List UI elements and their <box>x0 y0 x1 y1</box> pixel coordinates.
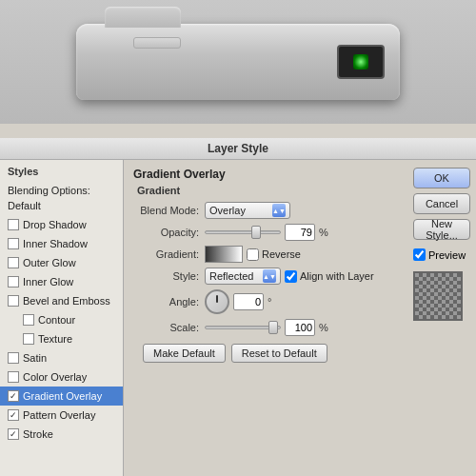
style-label-inner-glow: Inner Glow <box>23 274 73 289</box>
styles-panel: Styles Blending Options: Default Drop Sh… <box>0 160 124 476</box>
checkbox-gradient-overlay[interactable] <box>8 390 19 402</box>
camera-top <box>105 7 181 28</box>
opacity-row: Opacity: % <box>133 224 398 241</box>
preview-row: Preview <box>413 248 470 261</box>
align-with-layer-checkbox[interactable] <box>285 270 297 283</box>
style-label-outer-glow: Outer Glow <box>23 255 76 270</box>
style-label-stroke: Stroke <box>23 426 53 442</box>
styles-panel-title: Styles <box>0 164 123 181</box>
style-item-texture[interactable]: Texture <box>0 329 123 348</box>
reset-to-default-button[interactable]: Reset to Default <box>231 344 327 363</box>
checkbox-drop-shadow[interactable] <box>8 219 19 230</box>
scale-slider-thumb[interactable] <box>268 321 278 334</box>
blend-mode-value: Overlay <box>209 205 272 216</box>
gradient-controls: Reverse <box>205 246 301 263</box>
checkbox-pattern-overlay[interactable] <box>8 409 19 421</box>
style-item-color-overlay[interactable]: Color Overlay <box>0 367 123 387</box>
style-value: Reflected <box>209 270 263 282</box>
blend-mode-row: Blend Mode: Overlay ▲▼ <box>133 202 398 219</box>
section-title: Gradient Overlay <box>133 168 398 181</box>
style-label-gradient-overlay: Gradient Overlay <box>23 388 102 404</box>
preview-pattern <box>415 273 461 319</box>
section-subtitle: Gradient <box>133 185 398 196</box>
scale-slider-container[interactable] <box>205 321 281 334</box>
style-label-color-overlay: Color Overlay <box>23 369 87 385</box>
style-item-gradient-overlay[interactable]: Gradient Overlay <box>0 387 123 406</box>
gradient-swatch[interactable] <box>205 246 243 263</box>
checkbox-stroke[interactable] <box>8 428 19 440</box>
opacity-label: Opacity: <box>133 227 205 238</box>
checkbox-satin[interactable] <box>8 352 19 364</box>
opacity-controls: % <box>205 224 328 241</box>
reverse-checkbox[interactable] <box>247 248 259 261</box>
preview-checkbox[interactable] <box>413 248 426 261</box>
style-item-satin[interactable]: Satin <box>0 348 123 367</box>
gradient-row: Gradient: Reverse <box>133 246 398 263</box>
angle-controls: ° <box>205 289 271 314</box>
angle-row: Angle: ° <box>133 289 398 314</box>
blend-mode-controls: Overlay ▲▼ <box>205 202 290 219</box>
style-item-stroke[interactable]: Stroke <box>0 425 123 444</box>
reverse-checkbox-label[interactable]: Reverse <box>247 248 301 261</box>
style-label-contour: Contour <box>38 312 75 327</box>
action-buttons-row: Make Default Reset to Default <box>133 344 398 363</box>
checkbox-inner-shadow[interactable] <box>8 238 19 249</box>
style-item-pattern-overlay[interactable]: Pattern Overlay <box>0 406 123 425</box>
camera-body <box>76 24 400 100</box>
scale-slider-track <box>205 326 281 329</box>
checkbox-outer-glow[interactable] <box>8 257 19 268</box>
align-with-layer-text: Align with Layer <box>300 270 374 282</box>
scale-input[interactable] <box>285 319 315 336</box>
new-style-button[interactable]: New Style... <box>413 219 470 240</box>
checkbox-inner-glow[interactable] <box>8 276 19 288</box>
ok-button[interactable]: OK <box>413 168 470 188</box>
style-label-inner-shadow: Inner Shadow <box>23 236 88 251</box>
checkbox-contour[interactable] <box>23 314 34 326</box>
style-item-inner-glow[interactable]: Inner Glow <box>0 272 123 291</box>
style-label-satin: Satin <box>23 350 47 366</box>
dialog-title: Layer Style <box>208 142 268 155</box>
blend-mode-dropdown-arrow: ▲▼ <box>272 204 286 217</box>
style-item-contour[interactable]: Contour <box>0 310 123 329</box>
angle-label: Angle: <box>133 296 205 307</box>
style-item-drop-shadow[interactable]: Drop Shadow <box>0 215 123 234</box>
style-item-inner-shadow[interactable]: Inner Shadow <box>0 234 123 253</box>
style-item-blending-options[interactable]: Blending Options: Default <box>0 181 123 215</box>
scale-controls: % <box>205 319 328 336</box>
style-item-bevel-emboss[interactable]: Bevel and Emboss <box>0 291 123 310</box>
blend-mode-dropdown[interactable]: Overlay ▲▼ <box>205 202 290 219</box>
gradient-label: Gradient: <box>133 248 205 260</box>
style-label-texture: Texture <box>38 331 72 347</box>
layer-style-dialog: Layer Style Styles Blending Options: Def… <box>0 138 476 476</box>
opacity-input[interactable] <box>285 224 315 241</box>
angle-input[interactable] <box>233 293 264 310</box>
opacity-slider-container[interactable] <box>205 226 281 239</box>
angle-unit: ° <box>268 296 271 307</box>
style-label-blending: Blending Options: Default <box>8 183 115 213</box>
scale-row: Scale: % <box>133 319 398 336</box>
opacity-slider-track <box>205 230 281 234</box>
style-label-bevel-emboss: Bevel and Emboss <box>23 293 110 308</box>
opacity-slider-thumb[interactable] <box>251 226 261 239</box>
cancel-button[interactable]: Cancel <box>413 193 470 214</box>
align-with-layer-label[interactable]: Align with Layer <box>285 270 374 283</box>
opacity-unit: % <box>319 227 328 238</box>
angle-dial[interactable] <box>205 289 229 314</box>
style-item-outer-glow[interactable]: Outer Glow <box>0 253 123 272</box>
scale-unit: % <box>319 322 328 333</box>
viewfinder-lens <box>353 54 368 69</box>
style-label: Style: <box>133 270 205 282</box>
camera-image-area <box>0 0 476 124</box>
main-panel: Gradient Overlay Gradient Blend Mode: Ov… <box>124 160 407 476</box>
make-default-button[interactable]: Make Default <box>143 344 226 363</box>
style-dropdown-arrow: ▲▼ <box>263 269 276 283</box>
style-label-pattern-overlay: Pattern Overlay <box>23 407 95 423</box>
style-dropdown[interactable]: Reflected ▲▼ <box>205 268 281 285</box>
dialog-title-bar: Layer Style <box>0 138 476 160</box>
blend-mode-label: Blend Mode: <box>133 205 205 216</box>
checkbox-bevel-emboss[interactable] <box>8 295 19 307</box>
checkbox-color-overlay[interactable] <box>8 371 19 383</box>
style-controls: Reflected ▲▼ Align with Layer <box>205 268 374 285</box>
right-buttons-panel: OK Cancel New Style... Preview <box>407 160 476 476</box>
checkbox-texture[interactable] <box>23 333 34 345</box>
